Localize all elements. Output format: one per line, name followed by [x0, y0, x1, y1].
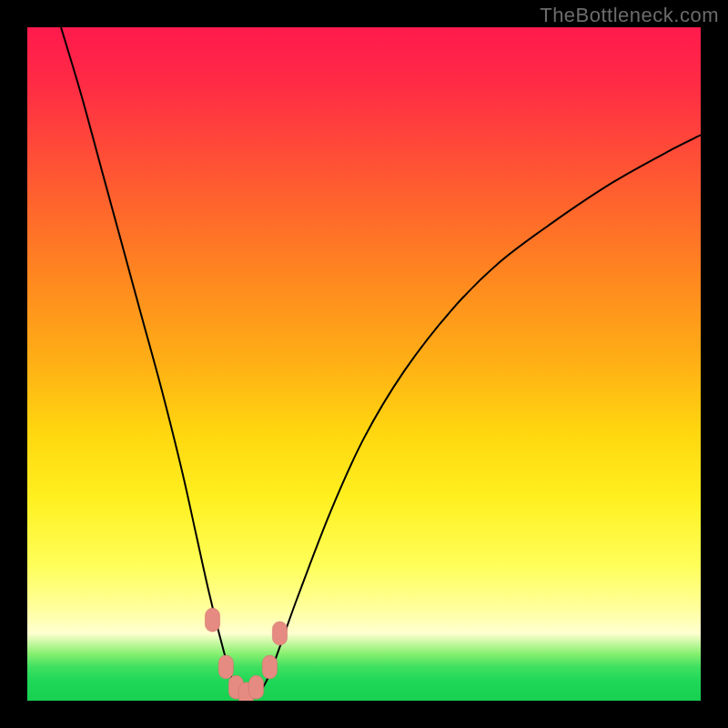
curve-marker [205, 608, 219, 632]
curve-marker [248, 675, 263, 699]
curve-marker [272, 622, 287, 645]
attribution-label: TheBottleneck.com [540, 4, 719, 27]
curve-marker [218, 655, 233, 679]
chart-frame: TheBottleneck.com [0, 0, 728, 728]
plot-area [27, 27, 701, 701]
curve-layer [27, 27, 701, 701]
curve-markers [205, 608, 287, 701]
bottleneck-curve [61, 27, 701, 696]
curve-marker [262, 655, 277, 679]
